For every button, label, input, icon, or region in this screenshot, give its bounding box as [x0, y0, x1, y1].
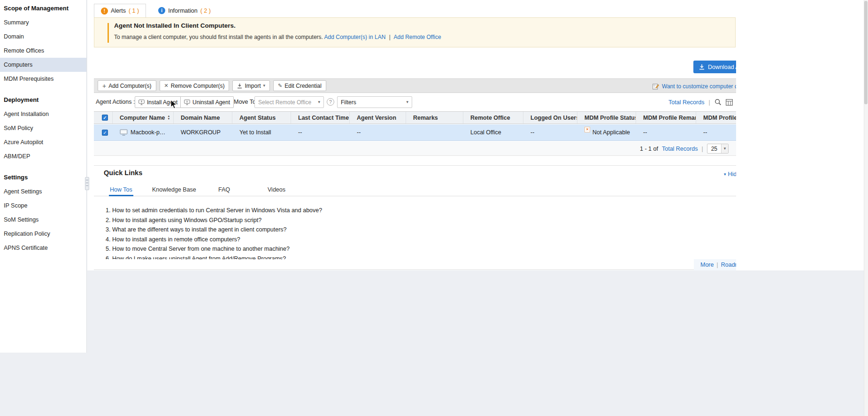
remove-icon: ✕ [164, 83, 169, 88]
plus-icon: + [102, 83, 106, 89]
add-remote-office-link[interactable]: Add Remote Office [393, 34, 441, 40]
alert-banner: Agent Not Installed In Client Computers.… [94, 17, 736, 47]
sidebar-item-apns-certificate[interactable]: APNS Certificate [0, 241, 86, 255]
edit-credential-button[interactable]: ✎ Edit Credential [273, 80, 326, 91]
agent-actions-bar: Agent Actions : Install Agent Uninstall … [94, 93, 736, 111]
column-mdm-profile-remark[interactable]: MDM Profile Remark [636, 112, 696, 123]
quick-link-item[interactable]: How to install agents in remote office c… [112, 235, 564, 245]
cell-agent-version: -- [350, 124, 406, 140]
tab-information[interactable]: i Information ( 2 ) [152, 4, 217, 17]
remove-computers-label: Remove Computer(s) [171, 83, 225, 89]
install-agent-label: Install Agent [147, 99, 177, 106]
uninstall-agent-button[interactable]: Uninstall Agent [180, 96, 234, 108]
endpoint-management-app: Scope of Management Summary Domain Remot… [0, 0, 868, 416]
cell-mdm-profile-remark: -- [636, 124, 696, 140]
install-agent-button[interactable]: Install Agent [135, 96, 181, 108]
move-to-label: Move To [234, 96, 256, 108]
column-label: Computer Name [120, 115, 165, 121]
quick-links-footer: More | Roadmap [694, 259, 736, 270]
cell-mdm-profile-status: ✕ Not Applicable [577, 124, 636, 140]
sidebar-item-mdm-prerequisites[interactable]: MDM Prerequisites [0, 72, 86, 86]
chevron-down-icon: ▾ [724, 172, 726, 177]
column-agent-status[interactable]: Agent Status [232, 112, 291, 123]
sidebar-item-azure-autopilot[interactable]: Azure Autopilot [0, 135, 86, 149]
sidebar-item-som-policy[interactable]: SoM Policy [0, 121, 86, 135]
filters-select[interactable]: Filters ▾ [337, 96, 412, 108]
pagination-bar: 1 - 1 of Total Records | 25 ▾ [94, 141, 736, 156]
hide-quick-links-link[interactable]: ▾ Hide [724, 171, 736, 177]
sidebar-item-domain[interactable]: Domain [0, 30, 86, 44]
tab-alerts[interactable]: ! Alerts ( 1 ) [94, 4, 146, 17]
more-link[interactable]: More [700, 262, 714, 268]
tab-how-tos[interactable]: How Tos [109, 185, 133, 196]
tab-knowledge-base[interactable]: Knowledge Base [151, 185, 197, 196]
chevron-down-icon: ▾ [721, 144, 728, 153]
row-checkbox[interactable]: ✓ [102, 130, 108, 136]
sidebar-item-remote-offices[interactable]: Remote Offices [0, 44, 86, 58]
import-button[interactable]: Import ▾ [232, 80, 270, 91]
sidebar-item-computers[interactable]: Computers [0, 58, 86, 72]
table-view-icon[interactable] [726, 99, 733, 106]
sidebar-item-summary[interactable]: Summary [0, 15, 86, 30]
remove-computers-button[interactable]: ✕ Remove Computer(s) [160, 80, 230, 91]
column-remarks[interactable]: Remarks [406, 112, 463, 123]
sidebar: Scope of Management Summary Domain Remot… [0, 0, 87, 353]
sidebar-item-agent-installation[interactable]: Agent Installation [0, 107, 86, 121]
quick-links-title: Quick Links [104, 169, 142, 177]
quick-link-item[interactable]: How to install agents using Windows GPO/… [112, 216, 564, 225]
total-records-link[interactable]: Total Records [668, 99, 704, 106]
sidebar-heading-deployment: Deployment [4, 96, 83, 103]
column-last-contact-time[interactable]: Last Contact Time [291, 112, 350, 123]
tab-faq[interactable]: FAQ [217, 185, 231, 196]
column-logged-on-users[interactable]: Logged On Users [523, 112, 577, 123]
remote-office-select[interactable]: Select Remote Office ▾ [254, 96, 324, 108]
quick-links-tab-bar: How Tos Knowledge Base FAQ Videos [94, 185, 736, 196]
cell-last-contact-time: -- [291, 124, 350, 140]
alert-message-text: To manage a client computer, you should … [114, 34, 323, 40]
edit-credential-label: Edit Credential [284, 83, 322, 89]
add-computers-in-lan-link[interactable]: Add Computer(s) in LAN [324, 34, 386, 40]
sidebar-splitter-handle[interactable] [85, 177, 89, 190]
quick-link-item[interactable]: How to set admin credentials to run Cent… [112, 206, 564, 216]
chevron-down-icon: ▾ [263, 84, 266, 88]
column-agent-version[interactable]: Agent Version [350, 112, 406, 123]
quick-link-item[interactable]: What are the different ways to install t… [112, 225, 564, 235]
pagination-total-records-link[interactable]: Total Records [662, 146, 698, 152]
select-all-cell: ✓ [94, 112, 113, 123]
help-icon[interactable]: ? [327, 98, 334, 106]
customize-computer-details-link[interactable]: Want to customize computer details [662, 83, 736, 90]
scrollbar-thumb[interactable] [864, 1, 868, 104]
select-all-checkbox[interactable]: ✓ [102, 115, 108, 121]
main-content: ! Alerts ( 1 ) i Information ( 2 ) Agent… [94, 0, 736, 272]
quick-link-item[interactable]: How to move Central Server from one mach… [112, 244, 564, 254]
sidebar-item-som-settings[interactable]: SoM Settings [0, 213, 86, 227]
cell-agent-status: Yet to Install [232, 124, 291, 140]
tab-videos[interactable]: Videos [267, 185, 286, 196]
add-computers-button[interactable]: + Add Computer(s) [98, 80, 156, 91]
sidebar-item-replication-policy[interactable]: Replication Policy [0, 227, 86, 241]
table-row[interactable]: ✓ Macbook-p… WORKGROUP Yet to Install --… [94, 124, 736, 141]
vertical-scrollbar[interactable] [864, 0, 868, 416]
how-tos-list: How to set admin credentials to run Cent… [104, 206, 564, 259]
column-remote-office[interactable]: Remote Office [463, 112, 523, 123]
sidebar-item-ip-scope[interactable]: IP Scope [0, 199, 86, 213]
column-computer-name[interactable]: Computer Name ▲ ▼ [113, 112, 174, 123]
column-mdm-profile-status[interactable]: MDM Profile Status [577, 112, 636, 123]
sidebar-item-abm-dep[interactable]: ABM/DEP [0, 149, 86, 163]
customize-grid-pencil-icon [653, 83, 659, 90]
cell-remarks [406, 124, 463, 140]
sidebar-item-agent-settings[interactable]: Agent Settings [0, 185, 86, 199]
sort-icon[interactable]: ▲ ▼ [168, 115, 170, 120]
remote-office-placeholder: Select Remote Office [258, 99, 311, 106]
add-computers-label: Add Computer(s) [108, 83, 151, 89]
roadmap-link[interactable]: Roadmap [721, 262, 736, 268]
quick-link-item[interactable]: How do I make users uninstall Agent from… [112, 254, 564, 260]
column-mdm-profile-extra[interactable]: MDM Profile I [696, 112, 736, 123]
uninstall-agent-label: Uninstall Agent [192, 99, 230, 106]
sort-desc-icon: ▼ [168, 118, 170, 121]
page-size-select[interactable]: 25 ▾ [707, 144, 729, 154]
search-icon[interactable] [714, 99, 722, 106]
column-domain-name[interactable]: Domain Name [174, 112, 232, 123]
download-agent-button[interactable]: Download Agent [693, 61, 736, 73]
tab-alerts-label: Alerts [111, 8, 126, 14]
